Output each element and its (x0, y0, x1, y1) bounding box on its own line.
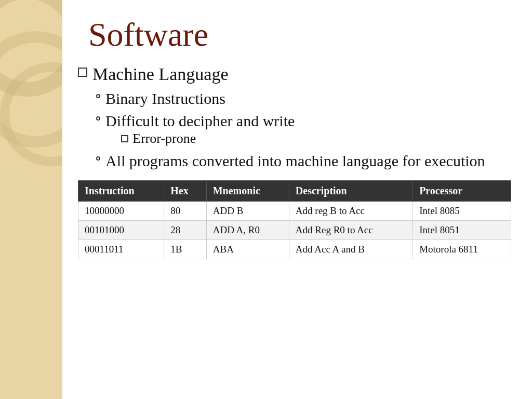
circle-bullet-icon-3 (96, 156, 100, 161)
table-cell-0-0: 10000000 (78, 202, 164, 221)
table-cell-1-2: ADD A, R0 (206, 221, 289, 240)
table-row: 000110111BABAAdd Acc A and BMotorola 681… (78, 240, 511, 259)
square-small-icon (121, 135, 128, 142)
table-row: 1000000080ADD BAdd reg B to AccIntel 808… (78, 202, 511, 221)
main-bullet-item: Machine Language (78, 64, 511, 84)
table-cell-1-1: 28 (164, 221, 206, 240)
content-area: Machine Language Binary Instructions Dif… (78, 64, 511, 389)
square-bullet-icon (78, 68, 87, 77)
table-cell-0-4: Intel 8085 (413, 202, 511, 221)
table-cell-2-1: 1B (164, 240, 206, 259)
page-title: Software (88, 16, 511, 54)
table-header: Instruction Hex Mnemonic Description Pro… (78, 181, 511, 202)
decorative-circle (0, 62, 62, 166)
col-processor: Processor (413, 181, 511, 202)
table-cell-2-0: 00011011 (78, 240, 164, 259)
sub-sub-bullet-1-text: Error-prone (132, 131, 196, 147)
table-cell-2-2: ABA (206, 240, 289, 259)
sidebar (0, 0, 62, 399)
col-mnemonic: Mnemonic (206, 181, 289, 202)
sub-bullet-3-text: All programs converted into machine lang… (105, 151, 485, 171)
table-cell-1-0: 00101000 (78, 221, 164, 240)
sub-sub-bullet-1: Error-prone (121, 131, 295, 147)
table-row: 0010100028ADD A, R0Add Reg R0 to AccInte… (78, 221, 511, 240)
col-hex: Hex (164, 181, 206, 202)
table-cell-2-3: Add Acc A and B (289, 240, 413, 259)
sub-bullet-1-text: Binary Instructions (105, 88, 225, 109)
table-cell-2-4: Motorola 6811 (413, 240, 511, 259)
table-cell-0-1: 80 (164, 202, 206, 221)
instruction-table: Instruction Hex Mnemonic Description Pro… (78, 180, 511, 259)
circle-bullet-icon (96, 94, 100, 98)
table-container: Instruction Hex Mnemonic Description Pro… (78, 180, 511, 259)
table-cell-0-2: ADD B (206, 202, 289, 221)
sub-bullet-2: Difficult to decipher and write Error-pr… (96, 111, 511, 149)
sub-bullet-1: Binary Instructions (96, 88, 511, 109)
sub-bullet-3: All programs converted into machine lang… (96, 151, 511, 171)
table-body: 1000000080ADD BAdd reg B to AccIntel 808… (78, 202, 511, 259)
table-cell-1-3: Add Reg R0 to Acc (289, 221, 413, 240)
sub-bullet-2-text: Difficult to decipher and write (105, 112, 295, 129)
sub-sub-bullets: Error-prone (121, 131, 295, 147)
table-cell-1-4: Intel 8051 (413, 221, 511, 240)
col-description: Description (289, 181, 413, 202)
main-content: Software Machine Language Binary Instruc… (62, 0, 532, 399)
table-cell-0-3: Add reg B to Acc (289, 202, 413, 221)
sub-bullets-list: Binary Instructions Difficult to deciphe… (96, 88, 511, 171)
col-instruction: Instruction (78, 181, 164, 202)
header-row: Instruction Hex Mnemonic Description Pro… (78, 181, 511, 202)
main-bullet-text: Machine Language (92, 64, 229, 84)
circle-bullet-icon-2 (96, 116, 100, 121)
